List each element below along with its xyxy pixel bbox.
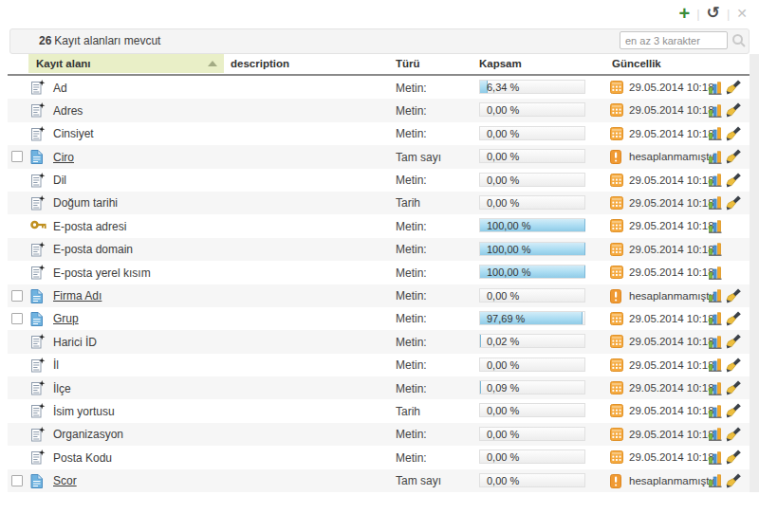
coverage-value: 0,00 % [487,290,519,302]
field-name[interactable]: Firma Adı [53,289,102,303]
table-row: E-posta yerel kısım Metin: 100,00 % 29.0… [8,261,750,284]
statistics-chart-icon[interactable] [709,195,722,210]
field-name[interactable]: Scor [53,474,77,487]
calendar-icon [610,335,623,348]
statistics-chart-icon[interactable] [709,266,722,280]
coverage-bar: 0,00 % [479,126,585,140]
row-checkbox[interactable] [11,475,23,486]
field-name[interactable]: Grup [53,312,79,325]
field-name: Adres [53,104,83,118]
clean-brush-icon[interactable] [726,427,744,442]
clean-brush-icon[interactable] [726,311,744,326]
system-field-icon [30,126,47,142]
top-action-bar: + | ↺ | ✕ [679,4,748,23]
search-icon[interactable] [731,33,747,48]
clean-brush-icon[interactable] [726,126,744,141]
calendar-icon [610,81,623,94]
clean-brush-icon[interactable] [726,80,744,95]
statistics-chart-icon[interactable] [709,335,722,349]
coverage-bar-fill [480,335,481,347]
statistics-chart-icon[interactable] [709,126,722,140]
calendar-icon [610,243,623,256]
calendar-icon [610,219,623,232]
coverage-bar: 0,00 % [479,403,585,417]
clean-brush-icon[interactable] [726,195,744,211]
column-header-description[interactable]: description [231,54,289,73]
statistics-chart-icon[interactable] [709,288,722,303]
system-field-icon [30,265,47,281]
coverage-bar: 6,34 % [479,80,585,94]
updated-text: hesaplanmamıştır [629,290,715,302]
custom-field-icon [30,473,47,489]
statistics-chart-icon[interactable] [709,381,722,395]
calendar-icon [610,266,623,279]
updated-text: 29.05.2014 10:18 [629,244,714,255]
column-header-freshness[interactable]: Güncellik [612,54,661,73]
coverage-bar: 0,00 % [479,149,585,163]
updated-text: 29.05.2014 10:18 [629,197,714,209]
clean-brush-icon[interactable] [726,380,744,395]
field-type: Metin: [396,451,427,465]
clean-brush-icon[interactable] [726,334,744,349]
scrollbar-track[interactable] [750,54,759,492]
row-checkbox[interactable] [11,313,23,324]
statistics-chart-icon[interactable] [709,358,722,372]
clean-brush-icon[interactable] [726,403,744,418]
statistics-chart-icon[interactable] [709,81,722,95]
row-checkbox[interactable] [11,290,23,302]
calendar-icon [610,450,623,464]
coverage-bar: 0,00 % [479,288,585,303]
field-name: İlçe [53,382,71,395]
clean-brush-icon[interactable] [726,173,744,188]
table-row: E-posta domain Metin: 100,00 % 29.05.201… [8,238,750,261]
search-input[interactable] [620,31,728,49]
statistics-chart-icon[interactable] [709,150,722,164]
system-field-icon [30,195,47,211]
add-icon[interactable]: + [679,5,691,22]
statistics-chart-icon[interactable] [709,404,722,418]
table-body: Ad Metin: 6,34 % 29.05.2014 10:18 [8,76,750,492]
field-type: Metin: [396,82,427,95]
coverage-value: 0,00 % [487,128,519,139]
undo-icon[interactable]: ↺ [707,5,720,22]
statistics-chart-icon[interactable] [709,103,722,118]
calendar-icon [610,381,623,394]
column-header-type[interactable]: Türü [396,54,420,73]
statistics-chart-icon[interactable] [709,311,722,325]
updated-text: 29.05.2014 10:18 [629,429,714,440]
system-field-icon [30,173,47,189]
clean-brush-icon[interactable] [726,102,744,118]
field-name[interactable]: Ciro [53,151,74,164]
field-type: Tam sayı [396,151,441,164]
coverage-value: 100,00 % [487,220,530,231]
statistics-chart-icon[interactable] [709,450,722,465]
clean-brush-icon[interactable] [726,288,744,303]
statistics-chart-icon[interactable] [709,242,722,256]
table-row: Firma Adı Metin: 0,00 % hesaplanmamıştır [8,284,750,307]
clean-brush-icon[interactable] [726,358,744,373]
close-icon[interactable]: ✕ [736,5,748,22]
statistics-chart-icon[interactable] [709,473,722,487]
table-row: Doğum tarihi Tarih 0,00 % 29.05.2014 10:… [8,192,750,214]
field-name: İsim yortusu [53,405,115,418]
calendar-icon [610,404,623,417]
calendar-icon [610,103,623,117]
clean-brush-icon[interactable] [726,149,744,164]
coverage-bar: 0,00 % [479,473,585,487]
statistics-chart-icon[interactable] [709,219,722,233]
coverage-bar-fill [480,381,481,394]
field-type: Metin: [396,358,427,372]
field-type: Metin: [396,312,427,325]
table-header: Kayıt alanı description Türü Kapsam Günc… [8,54,750,76]
warning-icon [610,474,623,487]
clean-brush-icon[interactable] [726,449,744,465]
statistics-chart-icon[interactable] [709,427,722,441]
statistics-chart-icon[interactable] [709,173,722,187]
column-header-field[interactable]: Kayıt alanı [28,54,224,73]
record-count: 26Kayıt alanları mevcut [39,29,160,53]
clean-brush-icon[interactable] [726,473,744,488]
row-checkbox[interactable] [11,151,23,162]
column-header-coverage[interactable]: Kapsam [479,54,522,73]
updated-text: 29.05.2014 10:18 [629,382,714,394]
field-name: Posta Kodu [53,451,112,465]
